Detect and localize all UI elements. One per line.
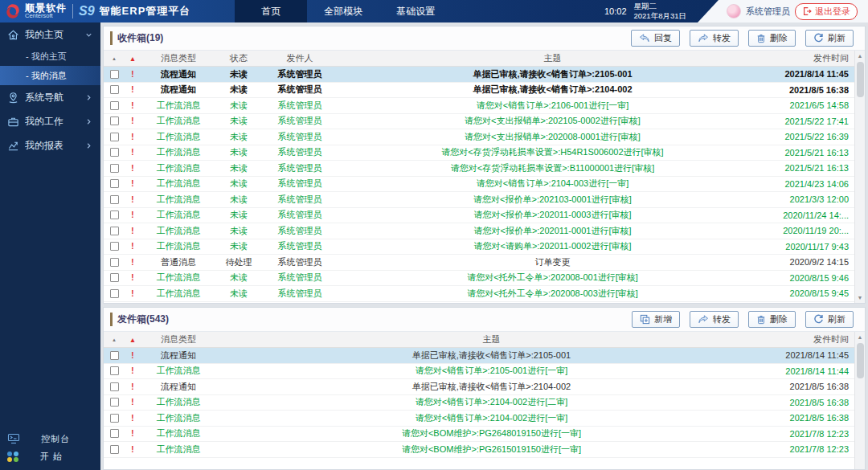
scrollbar-thumb[interactable] xyxy=(857,62,864,97)
message-row[interactable]: !工作流消息请您对<销售订单>:2104-002进行[一审]2021/8/5 1… xyxy=(104,411,865,427)
outbox-scrollbar[interactable]: ▲ xyxy=(854,332,865,469)
sort-icon[interactable]: ▴ xyxy=(104,55,125,62)
scroll-down-icon[interactable]: ▼ xyxy=(858,292,863,303)
row-checkbox[interactable] xyxy=(110,273,119,282)
message-row[interactable]: !工作流消息未读系统管理员请您对<请购单>:202011-0002进行[审核]2… xyxy=(104,239,865,255)
message-row[interactable]: !工作流消息未读系统管理员请您对<报价单>:202011-0003进行[审核]2… xyxy=(104,208,865,224)
message-row[interactable]: !工作流消息请您对<BOM维护>:PG2615019150进行[一审]2021/… xyxy=(104,442,865,458)
nav-tab-basic-settings[interactable]: 基础设置 xyxy=(379,0,452,22)
message-row[interactable]: !流程通知未读系统管理员单据已审核,请接收<销售订单>:2105-0012021… xyxy=(104,67,865,83)
forward-button[interactable]: 转发 xyxy=(690,30,739,47)
message-row[interactable]: !流程通知单据已审核,请接收<销售订单>:2104-0022021/8/5 16… xyxy=(104,379,865,395)
refresh-button[interactable]: 刷新 xyxy=(805,311,854,328)
scrollbar-thumb[interactable] xyxy=(857,343,864,378)
message-row[interactable]: !工作流消息未读系统管理员请您对<存货浮动耗损率设置>:B11000001进行[… xyxy=(104,161,865,177)
forward-icon xyxy=(698,315,709,324)
row-checkbox[interactable] xyxy=(110,227,119,235)
priority-flag-icon: ! xyxy=(125,195,141,204)
message-row[interactable]: !工作流消息未读系统管理员请您对<托外工令单>:202008-001进行[审核]… xyxy=(104,271,865,287)
message-row[interactable]: !流程通知单据已审核,请接收<销售订单>:2105-0012021/8/14 1… xyxy=(104,348,865,364)
column-header-time[interactable]: 发件时间 xyxy=(767,333,865,345)
message-row[interactable]: !工作流消息未读系统管理员请您对<支出报销单>:202105-0002进行[审核… xyxy=(104,114,865,130)
row-select-cell xyxy=(104,227,125,235)
row-checkbox[interactable] xyxy=(110,429,119,438)
row-checkbox[interactable] xyxy=(110,366,119,375)
row-checkbox[interactable] xyxy=(110,116,119,125)
row-checkbox[interactable] xyxy=(110,179,119,188)
row-checkbox[interactable] xyxy=(110,133,119,141)
priority-flag-icon: ! xyxy=(125,210,141,219)
cell-send-time: 2021/5/21 16:13 xyxy=(767,163,865,173)
centersoft-swirl-icon xyxy=(4,2,22,20)
row-checkbox[interactable] xyxy=(110,382,119,391)
outbox-title: 发件箱(543) xyxy=(110,313,169,326)
column-header-type[interactable]: 消息类型 xyxy=(141,333,216,345)
sort-icon[interactable]: ▴ xyxy=(125,335,141,344)
row-checkbox[interactable] xyxy=(110,101,119,110)
row-checkbox[interactable] xyxy=(110,70,119,79)
message-row[interactable]: !工作流消息请您对<BOM维护>:PG2648019150进行[一审]2021/… xyxy=(104,427,865,443)
row-checkbox[interactable] xyxy=(110,445,119,454)
sidebar-subitem-my-messages[interactable]: - 我的消息 xyxy=(0,66,100,85)
scroll-up-icon[interactable]: ▲ xyxy=(858,332,863,342)
console-button[interactable]: 控制台 xyxy=(0,430,100,448)
delete-button[interactable]: 删除 xyxy=(748,30,796,47)
start-button[interactable]: 开 始 xyxy=(0,448,100,465)
row-checkbox[interactable] xyxy=(110,210,119,219)
message-row[interactable]: !流程通知未读系统管理员单据已审核,请接收<销售订单>:2104-0022021… xyxy=(104,83,865,99)
column-header-subject[interactable]: 主题 xyxy=(216,333,767,345)
message-row[interactable]: !普通消息待处理系统管理员订单变更2020/9/2 14:15 xyxy=(104,255,865,271)
cell-send-time: 2020/8/15 9:45 xyxy=(767,288,865,298)
message-row[interactable]: !工作流消息未读系统管理员请您对<托外工令单>:202008-003进行[审核]… xyxy=(104,286,865,302)
row-checkbox[interactable] xyxy=(110,398,119,407)
row-checkbox[interactable] xyxy=(110,195,119,204)
sidebar-item-my-reports[interactable]: 我的报表 xyxy=(0,133,100,157)
message-row[interactable]: !工作流消息未读系统管理员请您对<支出报销单>:202008-0001进行[审核… xyxy=(104,129,865,145)
cell-status: 未读 xyxy=(216,272,261,284)
column-header-sender[interactable]: 发件人 xyxy=(261,52,338,64)
message-row[interactable]: !工作流消息未读系统管理员请您对<报价单>:202011-0001进行[审核]2… xyxy=(104,223,865,239)
row-checkbox[interactable] xyxy=(110,414,119,423)
sidebar-item-my-home[interactable]: 我的主页 xyxy=(0,22,100,47)
row-checkbox[interactable] xyxy=(110,164,119,173)
user-avatar[interactable] xyxy=(727,4,741,18)
refresh-button[interactable]: 刷新 xyxy=(805,30,854,47)
column-header-time[interactable]: 发件时间 xyxy=(767,52,865,64)
column-header-status[interactable]: 状态 xyxy=(216,52,261,64)
message-row[interactable]: !工作流消息未读系统管理员请您对<销售订单>:2106-001进行[一审]202… xyxy=(104,98,865,114)
row-checkbox[interactable] xyxy=(110,289,119,298)
sort-icon[interactable]: ▴ xyxy=(125,54,141,63)
scroll-up-icon[interactable]: ▲ xyxy=(858,51,863,61)
row-select-cell xyxy=(104,148,125,157)
nav-tab-home[interactable]: 首页 xyxy=(235,0,307,22)
row-checkbox[interactable] xyxy=(110,258,119,267)
inbox-scrollbar[interactable]: ▲ ▼ xyxy=(854,51,865,303)
priority-flag-icon: ! xyxy=(125,70,141,79)
new-button[interactable]: 新增 xyxy=(632,311,680,328)
row-checkbox[interactable] xyxy=(110,148,119,157)
message-row[interactable]: !工作流消息未读系统管理员请您对<存货浮动耗损率设置>:H54R1S006002… xyxy=(104,145,865,161)
message-row[interactable]: !工作流消息未读系统管理员请您对<报价单>:202103-0001进行[审核]2… xyxy=(104,192,865,208)
delete-button[interactable]: 删除 xyxy=(748,311,796,328)
column-header-subject[interactable]: 主题 xyxy=(338,52,767,64)
message-row[interactable]: !工作流消息请您对<销售订单>:2105-001进行[一审]2021/8/14 … xyxy=(104,364,865,380)
sidebar-subitem-my-home[interactable]: - 我的主页 xyxy=(0,47,100,66)
home-icon xyxy=(7,29,19,41)
sort-icon[interactable]: ▴ xyxy=(104,337,125,343)
reply-button[interactable]: 回复 xyxy=(631,30,680,47)
row-checkbox[interactable] xyxy=(110,242,119,251)
row-checkbox[interactable] xyxy=(110,85,119,94)
sidebar-item-my-work[interactable]: 我的工作 xyxy=(0,109,100,133)
cell-status: 未读 xyxy=(216,225,261,237)
forward-button[interactable]: 转发 xyxy=(690,311,739,328)
column-header-type[interactable]: 消息类型 xyxy=(141,52,216,64)
nav-tab-all-modules[interactable]: 全部模块 xyxy=(307,0,379,22)
row-checkbox[interactable] xyxy=(110,351,119,360)
row-select-cell xyxy=(104,242,125,251)
logout-button[interactable]: 退出登录 xyxy=(795,3,858,20)
message-row[interactable]: !工作流消息请您对<销售订单>:2104-002进行[二审]2021/8/5 1… xyxy=(104,395,865,411)
message-row[interactable]: !工作流消息未读系统管理员请您对<销售订单>:2104-003进行[一审]202… xyxy=(104,177,865,193)
sidebar-item-system-nav[interactable]: 系统导航 xyxy=(0,85,100,109)
cell-send-time: 2020/8/15 9:46 xyxy=(767,273,865,283)
cell-subject: 单据已审核,请接收<销售订单>:2105-001 xyxy=(338,68,767,80)
